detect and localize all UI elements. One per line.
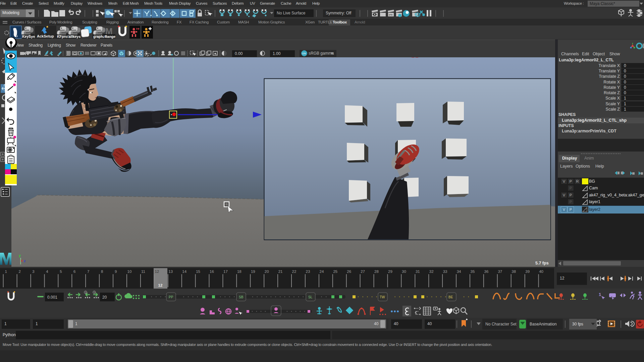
svg-text:10: 10: [127, 269, 132, 274]
svg-text:34: 34: [457, 269, 461, 274]
svg-text:29: 29: [388, 269, 392, 274]
svg-text:35: 35: [471, 269, 475, 274]
svg-text:5.7 fps: 5.7 fps: [535, 261, 549, 265]
svg-text:27: 27: [361, 269, 365, 274]
svg-text:AckSetup: AckSetup: [37, 34, 54, 38]
svg-text:6: 6: [73, 269, 75, 274]
svg-text:IPR: IPR: [389, 14, 393, 16]
svg-text:8: 8: [101, 269, 103, 274]
svg-text:sRGB gamma: sRGB gamma: [309, 51, 334, 56]
svg-text:13: 13: [168, 269, 173, 274]
svg-text:0.001: 0.001: [47, 295, 57, 300]
svg-text:15: 15: [196, 269, 200, 274]
svg-text:14: 14: [182, 269, 186, 274]
svg-text:23: 23: [306, 269, 310, 274]
svg-text:Range: Range: [105, 35, 115, 39]
svg-text:20: 20: [265, 269, 269, 274]
svg-text:x: x: [21, 258, 23, 262]
svg-text:28: 28: [374, 269, 379, 274]
svg-text:31: 31: [416, 269, 420, 274]
svg-text:26: 26: [347, 269, 351, 274]
svg-text:16: 16: [210, 269, 214, 274]
svg-text:7: 7: [87, 269, 89, 274]
svg-text:22: 22: [292, 269, 297, 274]
svg-text:5: 5: [60, 269, 62, 274]
svg-text:18: 18: [237, 269, 241, 274]
svg-text:37: 37: [498, 269, 502, 274]
svg-text:33: 33: [443, 269, 447, 274]
svg-text:y: y: [19, 253, 21, 257]
svg-text:allkeys: allkeys: [69, 35, 80, 39]
svg-text:S: S: [85, 291, 87, 294]
svg-text:39: 39: [525, 269, 530, 274]
svg-text:z: z: [24, 259, 26, 263]
svg-text:KFproS: KFproS: [57, 35, 70, 39]
svg-text:32: 32: [429, 269, 434, 274]
svg-text:12: 12: [155, 269, 159, 274]
svg-text:11: 11: [141, 269, 145, 274]
svg-text:GN: GN: [302, 52, 306, 55]
svg-text:25: 25: [333, 269, 337, 274]
svg-text:1: 1: [5, 269, 7, 274]
svg-text:S: S: [94, 291, 95, 294]
svg-text:17: 17: [223, 269, 228, 274]
svg-text:9: 9: [115, 269, 117, 274]
svg-text:SB: SB: [239, 295, 244, 299]
svg-text:19: 19: [251, 269, 255, 274]
svg-text:3: 3: [32, 269, 34, 274]
svg-text:TW: TW: [380, 295, 385, 299]
svg-text:21: 21: [278, 269, 283, 274]
svg-text:40: 40: [539, 269, 543, 274]
svg-text:20: 20: [102, 295, 107, 300]
svg-text:SL: SL: [308, 295, 313, 299]
svg-text:36: 36: [484, 269, 489, 274]
svg-text:PP: PP: [169, 295, 173, 299]
svg-text:BE: BE: [448, 295, 453, 299]
svg-text:30: 30: [402, 269, 406, 274]
svg-text:38: 38: [512, 269, 516, 274]
svg-text:KeySyn: KeySyn: [22, 35, 35, 39]
svg-text:4: 4: [46, 269, 48, 274]
svg-text:1: 1: [599, 292, 601, 297]
svg-text:2: 2: [18, 269, 20, 274]
svg-text:24: 24: [320, 269, 324, 274]
svg-text:12: 12: [158, 283, 163, 287]
